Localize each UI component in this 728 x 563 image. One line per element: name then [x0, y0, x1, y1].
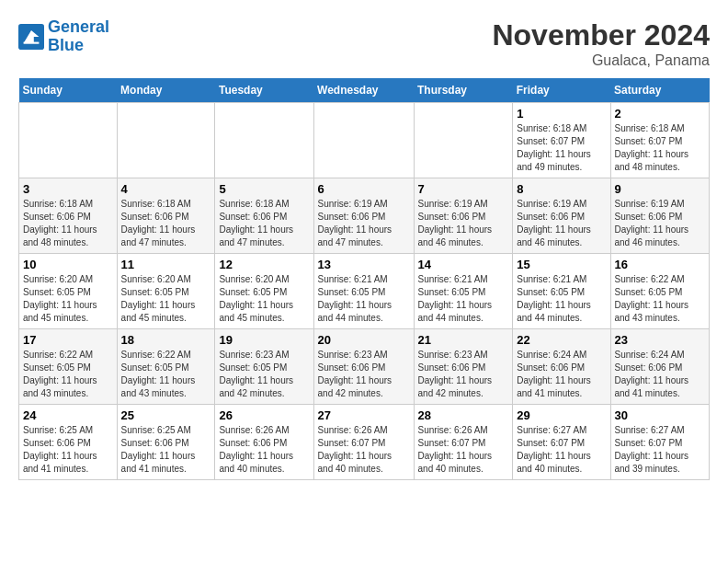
calendar-cell: 8Sunrise: 6:19 AM Sunset: 6:06 PM Daylig…	[513, 178, 610, 254]
day-number: 19	[219, 333, 309, 347]
calendar-cell: 15Sunrise: 6:21 AM Sunset: 6:05 PM Dayli…	[513, 254, 610, 329]
calendar-cell	[19, 103, 118, 178]
page-header: General Blue November 2024 Gualaca, Pana…	[18, 18, 710, 69]
logo-icon	[18, 24, 44, 50]
day-number: 10	[23, 258, 113, 271]
day-number: 18	[121, 333, 211, 347]
day-number: 6	[318, 182, 410, 196]
day-header-saturday: Saturday	[610, 78, 710, 103]
day-header-sunday: Sunday	[19, 78, 118, 103]
day-header-tuesday: Tuesday	[215, 78, 313, 103]
calendar-cell	[117, 103, 215, 178]
calendar-cell: 27Sunrise: 6:26 AM Sunset: 6:07 PM Dayli…	[313, 405, 414, 480]
day-info: Sunrise: 6:19 AM Sunset: 6:06 PM Dayligh…	[318, 198, 410, 249]
day-info: Sunrise: 6:19 AM Sunset: 6:06 PM Dayligh…	[418, 198, 509, 249]
day-number: 5	[219, 182, 309, 196]
calendar-cell: 30Sunrise: 6:27 AM Sunset: 6:07 PM Dayli…	[610, 405, 710, 480]
calendar-cell: 23Sunrise: 6:24 AM Sunset: 6:06 PM Dayli…	[610, 329, 710, 405]
calendar-cell: 9Sunrise: 6:19 AM Sunset: 6:06 PM Daylig…	[610, 178, 710, 254]
calendar-cell: 5Sunrise: 6:18 AM Sunset: 6:06 PM Daylig…	[215, 178, 313, 254]
day-info: Sunrise: 6:18 AM Sunset: 6:06 PM Dayligh…	[121, 198, 211, 249]
logo-general: General	[48, 17, 109, 36]
day-info: Sunrise: 6:27 AM Sunset: 6:07 PM Dayligh…	[615, 424, 706, 476]
day-number: 22	[517, 333, 606, 347]
day-number: 14	[418, 258, 509, 271]
day-number: 4	[121, 182, 211, 196]
day-info: Sunrise: 6:23 AM Sunset: 6:05 PM Dayligh…	[219, 349, 309, 400]
day-number: 7	[418, 182, 509, 196]
day-info: Sunrise: 6:19 AM Sunset: 6:06 PM Dayligh…	[615, 198, 706, 249]
month-title: November 2024	[492, 18, 710, 52]
day-header-friday: Friday	[513, 78, 610, 103]
calendar-cell: 25Sunrise: 6:25 AM Sunset: 6:06 PM Dayli…	[117, 405, 215, 480]
day-number: 2	[615, 107, 706, 121]
calendar-cell: 10Sunrise: 6:20 AM Sunset: 6:05 PM Dayli…	[19, 254, 118, 329]
logo: General Blue	[18, 18, 109, 55]
day-info: Sunrise: 6:21 AM Sunset: 6:05 PM Dayligh…	[318, 273, 410, 325]
calendar-cell: 13Sunrise: 6:21 AM Sunset: 6:05 PM Dayli…	[313, 254, 414, 329]
day-info: Sunrise: 6:21 AM Sunset: 6:05 PM Dayligh…	[418, 273, 509, 325]
day-info: Sunrise: 6:18 AM Sunset: 6:07 PM Dayligh…	[615, 122, 706, 174]
day-info: Sunrise: 6:18 AM Sunset: 6:06 PM Dayligh…	[219, 198, 309, 249]
day-info: Sunrise: 6:22 AM Sunset: 6:05 PM Dayligh…	[615, 273, 706, 325]
calendar-cell: 12Sunrise: 6:20 AM Sunset: 6:05 PM Dayli…	[215, 254, 313, 329]
location: Gualaca, Panama	[492, 52, 710, 69]
day-number: 11	[121, 258, 211, 271]
day-number: 17	[23, 333, 113, 347]
day-info: Sunrise: 6:20 AM Sunset: 6:05 PM Dayligh…	[121, 273, 211, 325]
day-info: Sunrise: 6:26 AM Sunset: 6:07 PM Dayligh…	[318, 424, 410, 476]
calendar-cell: 6Sunrise: 6:19 AM Sunset: 6:06 PM Daylig…	[313, 178, 414, 254]
calendar-cell: 16Sunrise: 6:22 AM Sunset: 6:05 PM Dayli…	[610, 254, 710, 329]
day-number: 16	[615, 258, 706, 271]
day-number: 9	[615, 182, 706, 196]
day-info: Sunrise: 6:23 AM Sunset: 6:06 PM Dayligh…	[318, 349, 410, 400]
day-info: Sunrise: 6:18 AM Sunset: 6:06 PM Dayligh…	[23, 198, 113, 249]
day-number: 28	[418, 408, 509, 422]
calendar-cell: 11Sunrise: 6:20 AM Sunset: 6:05 PM Dayli…	[117, 254, 215, 329]
day-number: 23	[615, 333, 706, 347]
day-number: 21	[418, 333, 509, 347]
calendar-week-row: 17Sunrise: 6:22 AM Sunset: 6:05 PM Dayli…	[19, 329, 710, 405]
calendar-cell: 18Sunrise: 6:22 AM Sunset: 6:05 PM Dayli…	[117, 329, 215, 405]
day-info: Sunrise: 6:24 AM Sunset: 6:06 PM Dayligh…	[517, 349, 606, 400]
day-info: Sunrise: 6:27 AM Sunset: 6:07 PM Dayligh…	[517, 424, 606, 476]
calendar-cell	[414, 103, 513, 178]
day-info: Sunrise: 6:26 AM Sunset: 6:07 PM Dayligh…	[418, 424, 509, 476]
calendar-cell: 21Sunrise: 6:23 AM Sunset: 6:06 PM Dayli…	[414, 329, 513, 405]
calendar-cell: 24Sunrise: 6:25 AM Sunset: 6:06 PM Dayli…	[19, 405, 118, 480]
day-number: 25	[121, 408, 211, 422]
day-header-thursday: Thursday	[414, 78, 513, 103]
day-info: Sunrise: 6:19 AM Sunset: 6:06 PM Dayligh…	[517, 198, 606, 249]
calendar-cell: 20Sunrise: 6:23 AM Sunset: 6:06 PM Dayli…	[313, 329, 414, 405]
logo-blue: Blue	[48, 36, 84, 54]
calendar-cell: 17Sunrise: 6:22 AM Sunset: 6:05 PM Dayli…	[19, 329, 118, 405]
calendar-cell	[215, 103, 313, 178]
day-number: 26	[219, 408, 309, 422]
calendar-week-row: 24Sunrise: 6:25 AM Sunset: 6:06 PM Dayli…	[19, 405, 710, 480]
title-area: November 2024 Gualaca, Panama	[492, 18, 710, 69]
day-number: 1	[517, 107, 606, 121]
day-number: 27	[318, 408, 410, 422]
calendar-cell: 28Sunrise: 6:26 AM Sunset: 6:07 PM Dayli…	[414, 405, 513, 480]
calendar-cell: 7Sunrise: 6:19 AM Sunset: 6:06 PM Daylig…	[414, 178, 513, 254]
day-info: Sunrise: 6:18 AM Sunset: 6:07 PM Dayligh…	[517, 122, 606, 174]
calendar-week-row: 10Sunrise: 6:20 AM Sunset: 6:05 PM Dayli…	[19, 254, 710, 329]
calendar-cell: 26Sunrise: 6:26 AM Sunset: 6:06 PM Dayli…	[215, 405, 313, 480]
day-number: 20	[318, 333, 410, 347]
day-info: Sunrise: 6:26 AM Sunset: 6:06 PM Dayligh…	[219, 424, 309, 476]
day-info: Sunrise: 6:23 AM Sunset: 6:06 PM Dayligh…	[418, 349, 509, 400]
day-number: 3	[23, 182, 113, 196]
day-header-wednesday: Wednesday	[313, 78, 414, 103]
day-info: Sunrise: 6:20 AM Sunset: 6:05 PM Dayligh…	[23, 273, 113, 325]
day-number: 30	[615, 408, 706, 422]
day-number: 13	[318, 258, 410, 271]
day-number: 8	[517, 182, 606, 196]
calendar-cell: 3Sunrise: 6:18 AM Sunset: 6:06 PM Daylig…	[19, 178, 118, 254]
day-info: Sunrise: 6:22 AM Sunset: 6:05 PM Dayligh…	[23, 349, 113, 400]
day-info: Sunrise: 6:22 AM Sunset: 6:05 PM Dayligh…	[121, 349, 211, 400]
day-number: 24	[23, 408, 113, 422]
calendar-header-row: SundayMondayTuesdayWednesdayThursdayFrid…	[19, 78, 710, 103]
calendar-cell: 22Sunrise: 6:24 AM Sunset: 6:06 PM Dayli…	[513, 329, 610, 405]
calendar-cell: 2Sunrise: 6:18 AM Sunset: 6:07 PM Daylig…	[610, 103, 710, 178]
day-number: 29	[517, 408, 606, 422]
